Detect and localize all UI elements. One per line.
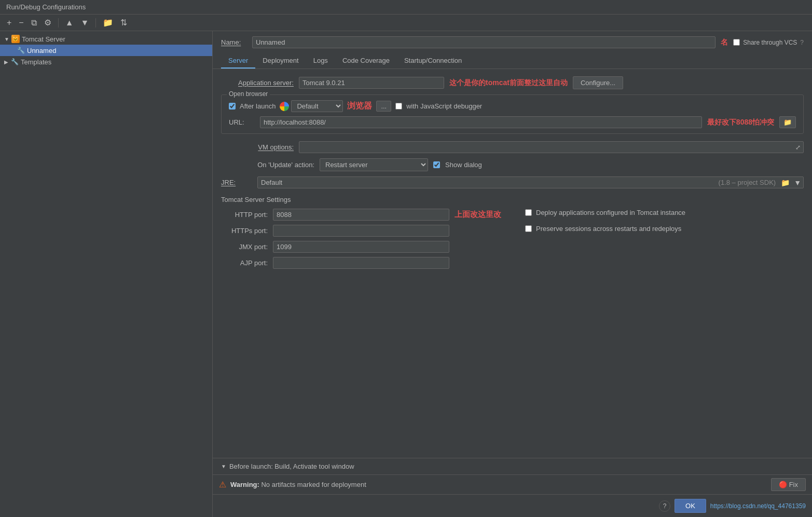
http-port-annotation: 上面改这里改 xyxy=(455,210,501,220)
ajp-port-input[interactable] xyxy=(273,257,449,269)
configure-button[interactable]: Configure... xyxy=(573,76,623,89)
vm-input-wrapper: ⤢ xyxy=(299,141,804,153)
tree-templates[interactable]: ▶ 🔧 Templates xyxy=(0,56,212,67)
deploy-checkbox[interactable] xyxy=(525,209,532,216)
chrome-icon xyxy=(280,102,289,111)
jre-label: JRE: xyxy=(221,179,252,186)
tab-server[interactable]: Server xyxy=(221,53,255,69)
name-input[interactable] xyxy=(252,36,715,48)
tab-deployment[interactable]: Deployment xyxy=(255,53,306,69)
browser-annotation: 浏览器 xyxy=(347,101,372,112)
toolbar-separator xyxy=(58,18,59,28)
fix-button[interactable]: 🔴 Fix xyxy=(771,478,806,491)
share-vcs-row: Share through VCS ? xyxy=(733,39,804,46)
templates-icon: 🔧 xyxy=(10,58,19,66)
https-port-label: HTTPs port: xyxy=(221,227,268,235)
right-panel: Name: 名 Share through VCS ? Server Deplo… xyxy=(213,31,812,517)
jre-input-wrapper: (1.8 – project SDK) 📁 ▼ xyxy=(257,176,804,188)
deploy-options-column: Deploy applications configured in Tomcat… xyxy=(517,209,685,273)
update-action-select[interactable]: Restart server Update classes and resour… xyxy=(320,158,428,171)
after-launch-checkbox[interactable] xyxy=(229,103,236,110)
vm-options-input[interactable] xyxy=(299,142,793,153)
js-debugger-checkbox[interactable] xyxy=(395,103,402,110)
name-annotation: 名 xyxy=(721,38,728,47)
warning-label: Warning: xyxy=(230,481,259,488)
toolbar-separator-2 xyxy=(95,18,96,28)
move-up-button[interactable]: ▲ xyxy=(63,17,76,29)
ok-button[interactable]: OK xyxy=(675,499,706,513)
help-button[interactable]: ? xyxy=(659,500,670,512)
app-server-annotation: 这个是你的tomcat前面整过这里自动 xyxy=(449,78,568,88)
tree-tomcat-server[interactable]: ▼ 🐱 Tomcat Server xyxy=(0,33,212,45)
fix-label: Fix xyxy=(789,481,798,488)
tab-code-coverage[interactable]: Code Coverage xyxy=(335,53,397,69)
js-debugger-label: with JavaScript debugger xyxy=(406,102,482,110)
move-down-button[interactable]: ▼ xyxy=(78,17,92,29)
vm-expand-button[interactable]: ⤢ xyxy=(793,143,803,152)
tab-logs[interactable]: Logs xyxy=(306,53,335,69)
unnamed-label: Unnamed xyxy=(27,47,56,55)
https-port-input[interactable] xyxy=(273,225,449,237)
http-port-label: HTTP port: xyxy=(221,211,268,219)
ajp-port-row: AJP port: xyxy=(221,257,501,269)
app-server-input[interactable] xyxy=(299,77,444,89)
browser-more-button[interactable]: ... xyxy=(376,101,391,112)
add-config-button[interactable]: + xyxy=(4,17,14,29)
server-settings-section: Tomcat Server Settings HTTP port: 上面改这里改… xyxy=(221,196,804,273)
bottom-actions: ? OK https://blog.csdn.net/qq_44761359 xyxy=(213,494,812,517)
jmx-port-label: JMX port: xyxy=(221,243,268,251)
jre-dropdown-button[interactable]: ▼ xyxy=(792,178,803,188)
update-action-label: On 'Update' action: xyxy=(221,161,314,169)
share-vcs-checkbox[interactable] xyxy=(733,39,740,46)
vm-options-label: VM options: xyxy=(221,143,294,151)
browser-select-wrapper: Default Chrome Firefox xyxy=(280,100,343,112)
url-input[interactable] xyxy=(260,116,702,128)
folder-button[interactable]: 📁 xyxy=(100,17,116,29)
open-browser-group: Open browser After launch Default Chrome… xyxy=(221,94,804,134)
app-server-row: Application server: 这个是你的tomcat前面整过这里自动 … xyxy=(221,76,804,89)
remove-config-button[interactable]: − xyxy=(16,17,26,29)
preserve-checkbox[interactable] xyxy=(525,225,532,232)
before-launch-section[interactable]: ▼ Before launch: Build, Activate tool wi… xyxy=(213,458,812,474)
app-server-label: Application server: xyxy=(221,79,294,87)
jmx-port-input[interactable] xyxy=(273,241,449,253)
tab-content: Application server: 这个是你的tomcat前面整过这里自动 … xyxy=(213,69,812,458)
https-port-row: HTTPs port: xyxy=(221,225,501,237)
tabs-bar: Server Deployment Logs Code Coverage Sta… xyxy=(213,53,812,69)
sort-button[interactable]: ⇅ xyxy=(118,17,130,29)
name-label: Name: xyxy=(221,38,247,46)
before-launch-label: Before launch: Build, Activate tool wind… xyxy=(229,462,354,470)
browser-select[interactable]: Default Chrome Firefox xyxy=(291,100,343,112)
jre-row: JRE: (1.8 – project SDK) 📁 ▼ xyxy=(221,176,804,188)
dialog-title: Run/Debug Configurations xyxy=(6,3,86,11)
update-action-row: On 'Update' action: Restart server Updat… xyxy=(221,158,804,171)
left-panel: ▼ 🐱 Tomcat Server 🔧 Unnamed ▶ 🔧 Template… xyxy=(0,31,213,517)
tree-arrow-templates: ▶ xyxy=(4,59,8,65)
jre-input[interactable] xyxy=(258,177,719,188)
tree-unnamed[interactable]: 🔧 Unnamed xyxy=(0,45,212,56)
deploy-checkbox-row: Deploy applications configured in Tomcat… xyxy=(525,209,685,216)
after-launch-label: After launch xyxy=(240,102,276,110)
show-dialog-checkbox[interactable] xyxy=(433,161,440,168)
show-dialog-label: Show dialog xyxy=(445,161,482,169)
tab-startup-connection[interactable]: Startup/Connection xyxy=(397,53,469,69)
copy-config-button[interactable]: ⧉ xyxy=(29,17,39,29)
url-row: URL: 最好改下8088怕冲突 📁 xyxy=(229,116,796,128)
url-folder-button[interactable]: 📁 xyxy=(779,116,796,128)
run-debug-dialog: Run/Debug Configurations + − ⧉ ⚙ ▲ ▼ 📁 ⇅… xyxy=(0,0,812,517)
ports-column: HTTP port: 上面改这里改 HTTPs port: JMX port: xyxy=(221,209,501,273)
warning-icon: ⚠ xyxy=(219,480,226,489)
settings-button[interactable]: ⚙ xyxy=(42,17,54,29)
jre-folder-button[interactable]: 📁 xyxy=(779,178,792,188)
tomcat-icon: 🐱 xyxy=(11,35,20,43)
fix-icon: 🔴 xyxy=(779,481,787,488)
tomcat-server-label: Tomcat Server xyxy=(22,35,65,43)
warning-text: Warning: No artifacts marked for deploym… xyxy=(230,481,366,488)
http-port-input[interactable] xyxy=(273,209,449,221)
before-launch-arrow: ▼ xyxy=(221,464,226,469)
warning-bar: ⚠ Warning: No artifacts marked for deplo… xyxy=(213,474,812,494)
share-vcs-help: ? xyxy=(800,39,804,46)
vm-options-row: VM options: ⤢ xyxy=(221,141,804,153)
deploy-label: Deploy applications configured in Tomcat… xyxy=(536,209,685,216)
url-label: URL: xyxy=(229,118,255,126)
